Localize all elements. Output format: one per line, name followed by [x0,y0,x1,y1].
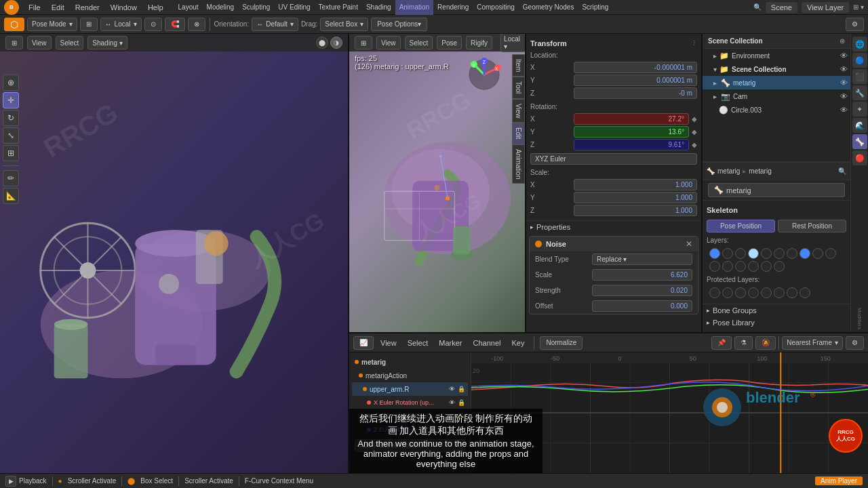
ws-uv-editing[interactable]: UV Editing [274,0,314,15]
viewport-left[interactable]: RRCG 人人CG ⊞ View Select Shading ▾ ⬤ ◑ ⊕ … [0,34,349,473]
player-5[interactable] [761,287,772,298]
breadcrumb-metarig[interactable]: metarig [717,167,740,175]
move-tool[interactable]: ✛ [3,92,19,108]
outliner-item-char[interactable]: ▾ 📁 Scene Collection 👁 [703,62,850,76]
bone-groups-header[interactable]: ▸ Bone Groups [703,304,850,317]
metarig-visibility-icon[interactable]: 👁 [840,79,848,87]
viewport-shading-dropdown[interactable]: Shading ▾ [87,36,127,49]
layer-16[interactable] [774,261,785,272]
ws-animation[interactable]: Animation [395,0,433,15]
pose-library-header[interactable]: ▸ Pose Library [703,317,850,329]
viewport-gizmo[interactable]: X Y Z [467,58,501,92]
loc-y-value[interactable]: 0.000001 m [574,75,697,86]
viewport-view-btn[interactable]: View [27,36,52,49]
graph-settings-btn[interactable]: ⚙ [846,336,864,350]
viewport-c-rigify-btn[interactable]: Rigify [466,36,492,49]
measure-tool[interactable]: 📐 [3,188,19,204]
blend-type-dropdown[interactable]: Replace ▾ [592,253,692,265]
modifiers-text[interactable]: Modifiers [854,305,865,332]
scale-y-value[interactable]: 1.000 [574,192,697,203]
scene-name-label[interactable]: Scene [766,2,797,13]
graph-key-menu[interactable]: Key [507,333,528,352]
player-1[interactable] [709,287,720,298]
graph-select-menu[interactable]: Select [403,333,433,352]
side-tab-scene[interactable]: 🌐 [852,37,867,52]
player-8[interactable] [800,287,810,298]
transform-header[interactable]: Transform ⋮ [530,37,697,50]
rest-position-btn[interactable]: Rest Position [778,220,846,232]
cam-visibility-icon[interactable]: 👁 [840,92,848,100]
strength-value[interactable]: 0.020 [592,285,692,296]
rot-x-value[interactable]: 27.2° [574,113,689,125]
channel-lock-icon[interactable]: 🔒 [458,386,465,392]
layer-7[interactable] [787,248,797,259]
side-tab-particles[interactable]: ✦ [852,102,867,117]
shading-material-btn[interactable]: ◑ [330,37,342,49]
player-3[interactable] [735,287,746,298]
ws-compositing[interactable]: Compositing [473,0,519,15]
shading-solid-btn[interactable]: ⬤ [316,37,328,49]
normalize-btn[interactable]: Normalize [540,336,583,350]
outliner-item-metarig[interactable]: ▸ 🦴 metarig 👁 [703,76,850,89]
ws-scripting[interactable]: Scripting [578,0,612,15]
layer-1[interactable] [709,248,720,259]
ws-layout[interactable]: Layout [174,0,203,15]
breadcrumb-metarig2[interactable]: metarig [749,167,771,175]
channel-metarig[interactable]: metarig [352,355,468,369]
noise-close-btn[interactable]: ✕ [686,239,692,249]
proportional-btn[interactable]: ⊗ [188,18,205,31]
layer-5[interactable] [761,248,772,259]
rot-z-value[interactable]: 9.61° [574,139,689,150]
outliner-filter-btn[interactable]: ⊛ [840,37,845,45]
layer-9[interactable] [812,248,823,259]
viewport-shading-btn[interactable]: ⊞ [80,18,98,31]
playback-icon[interactable]: ▶ [5,476,16,487]
layer-6[interactable] [774,248,785,259]
viewport-c-pose-btn[interactable]: Pose [437,36,462,49]
layer-14[interactable] [748,261,759,272]
scale-x-value[interactable]: 1.000 [574,179,697,190]
annotate-tool[interactable]: ✏ [3,170,19,186]
euler-mode-dropdown[interactable]: XYZ Euler [530,153,697,165]
offset-value[interactable]: 0.000 [592,300,692,312]
pivot-point-btn[interactable]: ⊙ [144,18,162,31]
viewport-select-btn[interactable]: Select [56,36,84,49]
ws-rendering[interactable]: Rendering [433,0,473,15]
anim-player-btn[interactable]: Anim Player [815,476,863,485]
graph-menu-icon[interactable]: 📈 [353,336,374,350]
channel-x-euler-eye[interactable]: 👁 [449,399,455,406]
viewport-c-select-btn[interactable]: Select [405,36,433,49]
props-search-btn[interactable]: 🔍 [838,167,846,175]
circle-visibility-icon[interactable]: 👁 [840,106,848,114]
layer-10[interactable] [825,248,836,259]
scale-z-value[interactable]: 1.000 [574,205,697,216]
ws-modeling[interactable]: Modeling [203,0,239,15]
select-box-dropdown[interactable]: Select Box ▾ [320,18,368,31]
player-6[interactable] [774,287,785,298]
npanel-animation-tab[interactable]: Animation [512,144,525,184]
layer-2[interactable] [722,248,733,259]
channel-x-euler-lock[interactable]: 🔒 [458,399,465,406]
graph-filter-btn[interactable]: ⚗ [734,336,753,350]
graph-pin-btn[interactable]: 📌 [711,336,732,350]
npanel-tool-tab[interactable]: Tool [512,77,525,98]
snap-btn[interactable]: 🧲 [165,18,185,31]
graph-mute-btn[interactable]: 🔕 [755,336,776,350]
channel-upper-arm-r[interactable]: upper_arm.R 👁 🔒 [352,382,468,396]
transform-tool[interactable]: ⊞ [3,145,19,161]
tool-settings-btn[interactable]: ⚙ [846,18,864,31]
player-7[interactable] [787,287,797,298]
menu-render[interactable]: Render [70,0,105,15]
channel-eye-icon[interactable]: 👁 [449,386,455,392]
npanel-view-tab[interactable]: View [512,99,525,123]
ws-texture-paint[interactable]: Texture Paint [315,0,362,15]
side-tab-material[interactable]: 🔴 [852,150,867,165]
orientation-dropdown[interactable]: ↔ Local ▾ [100,18,142,31]
cursor-tool[interactable]: ⊕ [3,75,19,91]
layer-3[interactable] [735,248,746,259]
player-4[interactable] [748,287,759,298]
layer-8[interactable] [800,248,810,259]
char-visibility-icon[interactable]: 👁 [840,65,848,73]
outliner-item-environment[interactable]: ▸ 📁 Environment 👁 [703,49,850,62]
scale-row-value[interactable]: 6.620 [592,269,692,281]
